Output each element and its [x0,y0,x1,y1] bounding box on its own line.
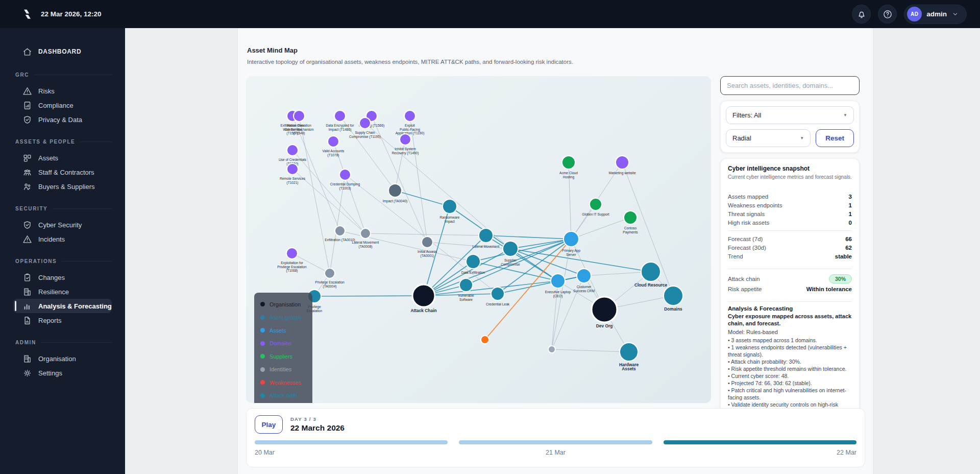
graph-node-t1550[interactable]: Use of Credentials(T1550) [279,145,307,166]
legend-item-weaknesses: Weaknesses [260,376,306,389]
sidebar-item-analysis-forecasting[interactable]: Analysis & Forecasting [13,299,112,313]
graph-edge-lateral-exec-laptop [486,235,558,281]
topbar-datetime: 22 Mar 2026, 12:20 [41,10,102,18]
gear-icon [22,368,32,378]
timeline-segment-1[interactable] [255,440,448,444]
sidebar-item-changes[interactable]: Changes [13,270,112,285]
reset-button[interactable]: Reset [816,129,854,147]
graph-node-dev-org[interactable]: Dev Org [592,297,617,328]
sidebar-item-label: Compliance [38,102,74,109]
graph-node-t1190[interactable]: ExploitPublic-FacingApplication (T1190) [396,110,425,135]
boxes-icon [22,153,32,163]
graph-node-marketing[interactable]: Marketing website [608,156,635,175]
graph-node-t1068[interactable]: Exploitation forPrivilege Escalation(T10… [277,248,307,273]
sidebar-item-assets[interactable]: Assets [13,151,112,165]
graph-node-label: Initial Access(TA0001) [418,250,437,258]
risk-appetite-value: Within tolerance [806,286,852,292]
timeline-card: Play DAY 3 / 3 22 March 2026 20 Mar21 Ma… [246,408,865,467]
filters-select[interactable]: Filters: All ▼ [726,106,854,124]
search-input[interactable] [720,76,860,95]
sidebar-item-settings[interactable]: Settings [13,366,112,380]
graph-node-weakness-1[interactable] [481,336,489,344]
sidebar-item-dashboard[interactable]: DASHBOARD [13,43,112,60]
sidebar-item-incidents[interactable]: Incidents [13,232,112,246]
graph-node-globex[interactable]: Globex IT Support [582,198,609,217]
legend-item-asset-groups: Asset groups [260,311,306,324]
user-menu[interactable]: AD admin [904,5,967,24]
graph-node-acme[interactable]: Acme CloudHosting [559,156,578,179]
legend-dot [260,354,265,359]
graph-node-label: Acme CloudHosting [559,171,578,179]
graph-node-t1021[interactable]: Remote Services(T1021) [280,163,306,185]
mindmap-panel: Exfiltration OverWeb Service(T1567)Abuse… [246,76,711,403]
layout-select[interactable]: Radial ▼ [726,129,811,147]
sidebar-item-buyers-suppliers[interactable]: Buyers & Suppliers [13,179,112,194]
bell-icon [856,9,867,19]
legend-dot [260,367,265,372]
graph-node-vuln-software[interactable]: VulnerableSoftware [458,278,474,301]
graph-node-t1486[interactable]: Data Encrypted forImpact (T1486) [326,110,355,132]
timeline-track[interactable] [255,440,856,444]
graph-node-domains[interactable]: Domains [664,286,683,312]
legend-dot [260,380,265,385]
sidebar-item-cyber-security[interactable]: Cyber Security [13,218,112,232]
graph-node-t1490[interactable]: Inhibit SystemRecovery (T1490) [392,134,419,155]
right-column: Filters: All ▼ Radial ▼ Reset Cyber inte… [720,76,860,443]
notifications-button[interactable] [852,5,871,23]
legend-label: Domains [270,340,291,346]
analysis-title: Analysis & Forecasting [728,305,852,312]
graph-edge-supplier-comp-primary-app [510,239,571,249]
timeline-segment-2[interactable] [459,440,652,444]
graph-node-label: VulnerableSoftware [458,294,474,301]
sidebar-item-reports[interactable]: Reports [13,313,112,327]
graph-node-hardware[interactable]: HardwareAssets [619,343,639,371]
sidebar-item-staff-contractors[interactable]: Staff & Contractors [13,165,112,179]
analysis-bullet: • Attack chain probability: 30%. [728,358,852,365]
graph-node-contoso[interactable]: ContosoPayments [623,211,638,234]
sidebar-item-organisation[interactable]: Organisation [13,351,112,366]
caret-down-icon: ▼ [843,113,847,117]
graph-edge-attack-chain-priv-esc [314,296,424,296]
graph-node-cloud-resource[interactable]: Cloud Resource [634,262,668,288]
graph-node-label: Cloud Resource [634,282,668,288]
play-button[interactable]: Play [255,415,283,434]
graph-node-cred-leak[interactable]: Credential Leak [486,287,510,306]
graph-node-ta0010[interactable]: Exfiltration (TA0010) [325,226,355,242]
snapshot-stats: Assets mapped3Weakness endpoints1Threat … [728,192,852,227]
graph-node-crm[interactable]: CustomerSuccess CRM [573,269,595,293]
sidebar-item-label: Staff & Contractors [38,169,94,176]
sidebar-item-compliance[interactable]: Compliance [13,98,112,112]
sidebar-item-label: Changes [38,274,65,281]
legend-item-attack-path: Attack path [260,389,306,402]
legend-item-organisation: Organisation [260,298,306,311]
help-button[interactable] [878,5,897,23]
graph-node-label: Globex IT Support [582,212,609,217]
graph-node-t1003[interactable]: Credential Dumping(T1003) [330,169,360,191]
graph-node-ta0004[interactable]: Privilege Escalation(TA0004) [315,268,345,289]
graph-node-ta0008[interactable]: Lateral Movement(TA0008) [352,228,379,249]
timeline-segment-3[interactable] [664,440,856,444]
graph-node-ta0040[interactable]: Impact (TA0040) [383,184,408,203]
sidebar-item-label: Privacy & Data [38,116,82,124]
sidebar-item-risks[interactable]: Risks [13,84,112,98]
app-logo-icon [20,8,34,21]
legend-item-domains: Domains [260,337,306,350]
graph-node-label: Executive Laptop(CEO) [545,290,571,298]
graph-edge-ta0008-lateral [365,233,486,235]
sidebar-item-label: Resilience [38,288,69,296]
graph-node-t1195[interactable]: Supply ChainCompromise (T1195) [349,117,381,139]
sidebar-item-privacy-data[interactable]: Privacy & Data [13,112,112,127]
mindmap-canvas[interactable]: Exfiltration OverWeb Service(T1567)Abuse… [246,76,711,403]
graph-node-label: Exfiltration (TA0010) [325,238,355,242]
graph-node-t1078[interactable]: Valid Accounts(T1078) [323,136,345,157]
building-icon [22,287,32,297]
graph-node-identity-1[interactable] [548,346,555,353]
graph-node-attack-chain[interactable]: Attack Chain [410,285,436,313]
graph-node-ta0001[interactable]: Initial Access(TA0001) [418,236,437,258]
graph-node-exec-laptop[interactable]: Executive Laptop(CEO) [545,274,571,298]
sidebar-item-resilience[interactable]: Resilience [13,285,112,299]
legend-dot [260,328,265,333]
sidebar-item-label: Buyers & Suppliers [38,183,95,191]
sidebar-item-label: Cyber Security [38,221,82,229]
graph-node-label: Credential Leak [486,302,510,306]
